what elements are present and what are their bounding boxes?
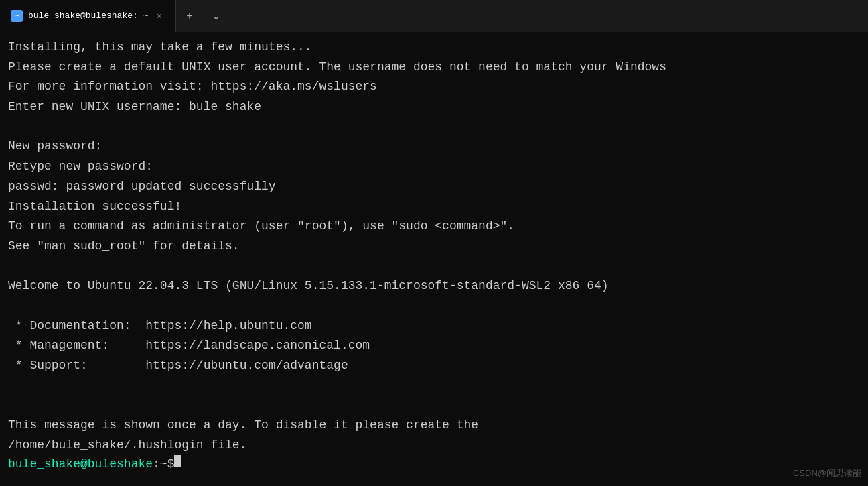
- terminal-line: Installing, this may take a few minutes.…: [8, 38, 860, 58]
- terminal-line: [8, 396, 860, 416]
- terminal-line: To run a command as administrator (user …: [8, 217, 860, 237]
- watermark: CSDN@闻思读能: [793, 467, 861, 479]
- prompt-symbol: $: [167, 457, 175, 471]
- terminal-line: Enter new UNIX username: bule_shake: [8, 97, 860, 117]
- terminal-line: [8, 296, 860, 316]
- terminal-line: /home/bule_shake/.hushlogin file.: [8, 436, 860, 456]
- terminal-tab[interactable]: ~ bule_shake@buleshake: ~ ✕: [0, 0, 176, 32]
- terminal-line: Installation successful!: [8, 197, 860, 217]
- terminal-line: Retype new password:: [8, 157, 860, 177]
- terminal-line: Please create a default UNIX user accoun…: [8, 58, 860, 78]
- tab-controls: + ⌄: [176, 0, 230, 32]
- terminal-body: Installing, this may take a few minutes.…: [0, 32, 868, 486]
- terminal-line: [8, 376, 860, 396]
- tab-title: bule_shake@buleshake: ~: [28, 11, 148, 21]
- terminal-line: This message is shown once a day. To dis…: [8, 416, 860, 436]
- terminal-line: * Documentation: https://help.ubuntu.com: [8, 316, 860, 337]
- prompt-path: :~: [153, 457, 167, 471]
- title-bar: ~ bule_shake@buleshake: ~ ✕ + ⌄: [0, 0, 868, 32]
- terminal-line: * Management: https://landscape.canonica…: [8, 336, 860, 356]
- terminal-output: Installing, this may take a few minutes.…: [8, 38, 860, 455]
- new-tab-button[interactable]: +: [176, 0, 203, 32]
- cursor: [174, 455, 181, 467]
- terminal-line: See "man sudo_root" for details.: [8, 237, 860, 257]
- dropdown-button[interactable]: ⌄: [203, 0, 230, 32]
- terminal-line: [8, 257, 860, 277]
- terminal-line: Welcome to Ubuntu 22.04.3 LTS (GNU/Linux…: [8, 276, 860, 296]
- terminal-line: * Support: https://ubuntu.com/advantage: [8, 356, 860, 376]
- terminal-line: [8, 117, 860, 137]
- prompt-line: bule_shake@buleshake:~$: [8, 455, 860, 471]
- terminal-line: passwd: password updated successfully: [8, 177, 860, 197]
- terminal-line: For more information visit: https://aka.…: [8, 77, 860, 97]
- terminal-line: New password:: [8, 137, 860, 157]
- terminal-tab-icon: ~: [11, 10, 23, 22]
- prompt-user: bule_shake@buleshake: [8, 457, 153, 471]
- tab-close-button[interactable]: ✕: [153, 9, 164, 23]
